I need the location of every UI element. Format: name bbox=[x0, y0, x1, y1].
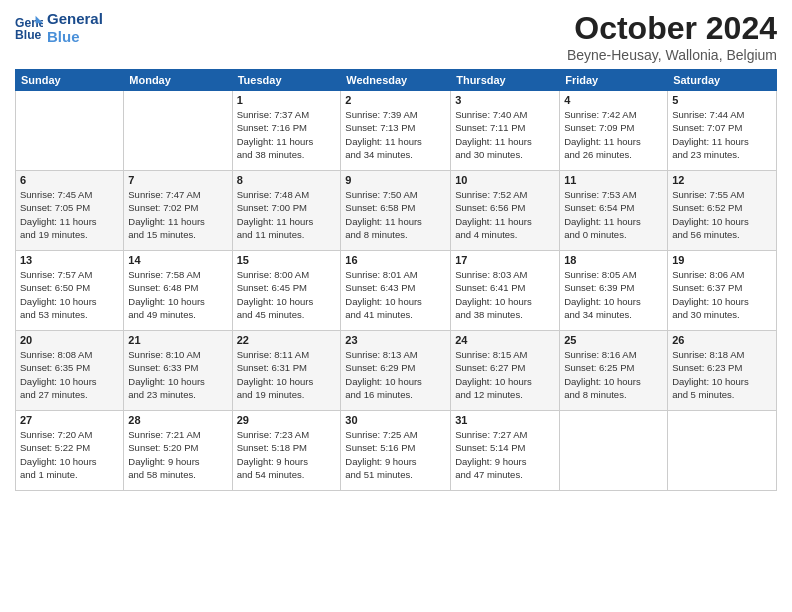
day-number: 9 bbox=[345, 174, 446, 186]
day-detail: Sunrise: 7:50 AMSunset: 6:58 PMDaylight:… bbox=[345, 188, 446, 241]
calendar-cell: 21Sunrise: 8:10 AMSunset: 6:33 PMDayligh… bbox=[124, 331, 232, 411]
day-detail: Sunrise: 8:10 AMSunset: 6:33 PMDaylight:… bbox=[128, 348, 227, 401]
day-detail: Sunrise: 8:13 AMSunset: 6:29 PMDaylight:… bbox=[345, 348, 446, 401]
calendar-cell: 11Sunrise: 7:53 AMSunset: 6:54 PMDayligh… bbox=[560, 171, 668, 251]
day-number: 25 bbox=[564, 334, 663, 346]
day-number: 24 bbox=[455, 334, 555, 346]
day-detail: Sunrise: 7:53 AMSunset: 6:54 PMDaylight:… bbox=[564, 188, 663, 241]
calendar-cell: 17Sunrise: 8:03 AMSunset: 6:41 PMDayligh… bbox=[451, 251, 560, 331]
day-number: 17 bbox=[455, 254, 555, 266]
logo-general: General bbox=[47, 10, 103, 28]
month-title: October 2024 bbox=[567, 10, 777, 47]
day-number: 11 bbox=[564, 174, 663, 186]
col-header-monday: Monday bbox=[124, 70, 232, 91]
calendar-cell bbox=[668, 411, 777, 491]
day-number: 1 bbox=[237, 94, 337, 106]
calendar-cell: 28Sunrise: 7:21 AMSunset: 5:20 PMDayligh… bbox=[124, 411, 232, 491]
day-number: 21 bbox=[128, 334, 227, 346]
day-number: 12 bbox=[672, 174, 772, 186]
title-block: October 2024 Beyne-Heusay, Wallonia, Bel… bbox=[567, 10, 777, 63]
day-detail: Sunrise: 7:48 AMSunset: 7:00 PMDaylight:… bbox=[237, 188, 337, 241]
day-number: 22 bbox=[237, 334, 337, 346]
calendar-cell: 24Sunrise: 8:15 AMSunset: 6:27 PMDayligh… bbox=[451, 331, 560, 411]
day-detail: Sunrise: 7:52 AMSunset: 6:56 PMDaylight:… bbox=[455, 188, 555, 241]
calendar-cell bbox=[124, 91, 232, 171]
day-detail: Sunrise: 8:05 AMSunset: 6:39 PMDaylight:… bbox=[564, 268, 663, 321]
week-row-1: 6Sunrise: 7:45 AMSunset: 7:05 PMDaylight… bbox=[16, 171, 777, 251]
day-detail: Sunrise: 7:39 AMSunset: 7:13 PMDaylight:… bbox=[345, 108, 446, 161]
day-detail: Sunrise: 7:27 AMSunset: 5:14 PMDaylight:… bbox=[455, 428, 555, 481]
col-header-saturday: Saturday bbox=[668, 70, 777, 91]
col-header-friday: Friday bbox=[560, 70, 668, 91]
day-number: 29 bbox=[237, 414, 337, 426]
calendar-cell: 27Sunrise: 7:20 AMSunset: 5:22 PMDayligh… bbox=[16, 411, 124, 491]
calendar-cell: 10Sunrise: 7:52 AMSunset: 6:56 PMDayligh… bbox=[451, 171, 560, 251]
calendar-cell: 7Sunrise: 7:47 AMSunset: 7:02 PMDaylight… bbox=[124, 171, 232, 251]
week-row-2: 13Sunrise: 7:57 AMSunset: 6:50 PMDayligh… bbox=[16, 251, 777, 331]
calendar-cell: 9Sunrise: 7:50 AMSunset: 6:58 PMDaylight… bbox=[341, 171, 451, 251]
day-detail: Sunrise: 8:03 AMSunset: 6:41 PMDaylight:… bbox=[455, 268, 555, 321]
calendar-cell: 3Sunrise: 7:40 AMSunset: 7:11 PMDaylight… bbox=[451, 91, 560, 171]
day-detail: Sunrise: 8:00 AMSunset: 6:45 PMDaylight:… bbox=[237, 268, 337, 321]
calendar-cell: 23Sunrise: 8:13 AMSunset: 6:29 PMDayligh… bbox=[341, 331, 451, 411]
day-detail: Sunrise: 7:58 AMSunset: 6:48 PMDaylight:… bbox=[128, 268, 227, 321]
day-number: 23 bbox=[345, 334, 446, 346]
col-header-sunday: Sunday bbox=[16, 70, 124, 91]
day-detail: Sunrise: 7:57 AMSunset: 6:50 PMDaylight:… bbox=[20, 268, 119, 321]
day-detail: Sunrise: 8:01 AMSunset: 6:43 PMDaylight:… bbox=[345, 268, 446, 321]
day-detail: Sunrise: 7:47 AMSunset: 7:02 PMDaylight:… bbox=[128, 188, 227, 241]
logo-blue: Blue bbox=[47, 28, 103, 46]
day-number: 30 bbox=[345, 414, 446, 426]
location-subtitle: Beyne-Heusay, Wallonia, Belgium bbox=[567, 47, 777, 63]
calendar-cell: 1Sunrise: 7:37 AMSunset: 7:16 PMDaylight… bbox=[232, 91, 341, 171]
calendar-cell: 4Sunrise: 7:42 AMSunset: 7:09 PMDaylight… bbox=[560, 91, 668, 171]
day-number: 10 bbox=[455, 174, 555, 186]
day-number: 8 bbox=[237, 174, 337, 186]
calendar-cell: 22Sunrise: 8:11 AMSunset: 6:31 PMDayligh… bbox=[232, 331, 341, 411]
calendar-cell: 8Sunrise: 7:48 AMSunset: 7:00 PMDaylight… bbox=[232, 171, 341, 251]
day-detail: Sunrise: 7:44 AMSunset: 7:07 PMDaylight:… bbox=[672, 108, 772, 161]
day-number: 3 bbox=[455, 94, 555, 106]
day-number: 26 bbox=[672, 334, 772, 346]
day-detail: Sunrise: 7:21 AMSunset: 5:20 PMDaylight:… bbox=[128, 428, 227, 481]
day-number: 4 bbox=[564, 94, 663, 106]
col-header-tuesday: Tuesday bbox=[232, 70, 341, 91]
day-number: 7 bbox=[128, 174, 227, 186]
calendar-cell bbox=[560, 411, 668, 491]
calendar-cell: 20Sunrise: 8:08 AMSunset: 6:35 PMDayligh… bbox=[16, 331, 124, 411]
day-number: 14 bbox=[128, 254, 227, 266]
day-detail: Sunrise: 7:25 AMSunset: 5:16 PMDaylight:… bbox=[345, 428, 446, 481]
day-number: 18 bbox=[564, 254, 663, 266]
calendar-cell: 30Sunrise: 7:25 AMSunset: 5:16 PMDayligh… bbox=[341, 411, 451, 491]
day-detail: Sunrise: 7:40 AMSunset: 7:11 PMDaylight:… bbox=[455, 108, 555, 161]
day-detail: Sunrise: 7:23 AMSunset: 5:18 PMDaylight:… bbox=[237, 428, 337, 481]
calendar-cell: 12Sunrise: 7:55 AMSunset: 6:52 PMDayligh… bbox=[668, 171, 777, 251]
calendar-table: SundayMondayTuesdayWednesdayThursdayFrid… bbox=[15, 69, 777, 491]
calendar-page: General Blue General Blue October 2024 B… bbox=[0, 0, 792, 612]
day-number: 27 bbox=[20, 414, 119, 426]
calendar-cell: 25Sunrise: 8:16 AMSunset: 6:25 PMDayligh… bbox=[560, 331, 668, 411]
header-row: SundayMondayTuesdayWednesdayThursdayFrid… bbox=[16, 70, 777, 91]
calendar-cell: 26Sunrise: 8:18 AMSunset: 6:23 PMDayligh… bbox=[668, 331, 777, 411]
day-number: 20 bbox=[20, 334, 119, 346]
day-detail: Sunrise: 7:45 AMSunset: 7:05 PMDaylight:… bbox=[20, 188, 119, 241]
day-number: 2 bbox=[345, 94, 446, 106]
day-detail: Sunrise: 7:55 AMSunset: 6:52 PMDaylight:… bbox=[672, 188, 772, 241]
calendar-cell: 31Sunrise: 7:27 AMSunset: 5:14 PMDayligh… bbox=[451, 411, 560, 491]
calendar-cell: 2Sunrise: 7:39 AMSunset: 7:13 PMDaylight… bbox=[341, 91, 451, 171]
day-number: 13 bbox=[20, 254, 119, 266]
week-row-0: 1Sunrise: 7:37 AMSunset: 7:16 PMDaylight… bbox=[16, 91, 777, 171]
header: General Blue General Blue October 2024 B… bbox=[15, 10, 777, 63]
day-detail: Sunrise: 8:18 AMSunset: 6:23 PMDaylight:… bbox=[672, 348, 772, 401]
day-number: 28 bbox=[128, 414, 227, 426]
calendar-cell bbox=[16, 91, 124, 171]
day-number: 6 bbox=[20, 174, 119, 186]
week-row-4: 27Sunrise: 7:20 AMSunset: 5:22 PMDayligh… bbox=[16, 411, 777, 491]
day-number: 19 bbox=[672, 254, 772, 266]
logo: General Blue General Blue bbox=[15, 10, 103, 46]
day-detail: Sunrise: 7:20 AMSunset: 5:22 PMDaylight:… bbox=[20, 428, 119, 481]
week-row-3: 20Sunrise: 8:08 AMSunset: 6:35 PMDayligh… bbox=[16, 331, 777, 411]
logo-icon: General Blue bbox=[15, 14, 43, 42]
calendar-cell: 6Sunrise: 7:45 AMSunset: 7:05 PMDaylight… bbox=[16, 171, 124, 251]
calendar-cell: 14Sunrise: 7:58 AMSunset: 6:48 PMDayligh… bbox=[124, 251, 232, 331]
